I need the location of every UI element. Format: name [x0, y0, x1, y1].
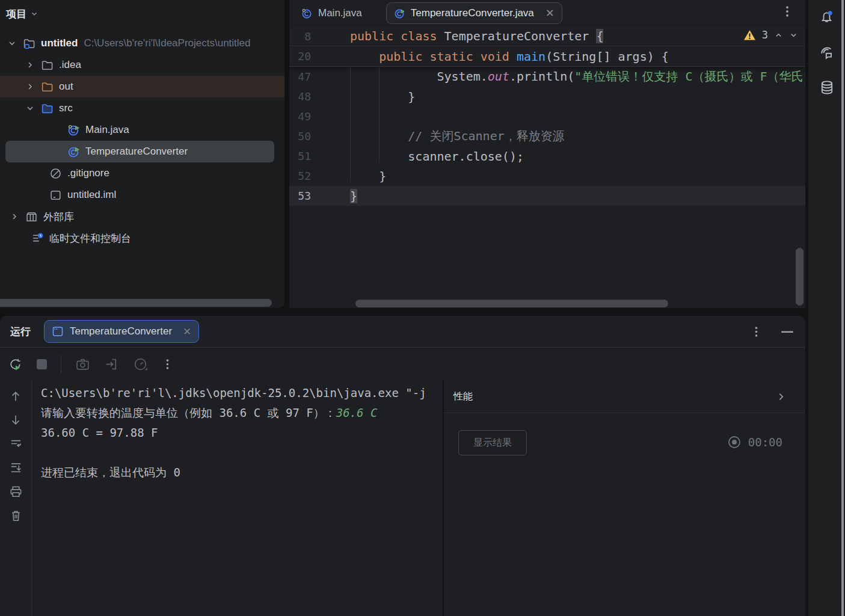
editor-horizontal-scrollbar[interactable]: [355, 300, 668, 307]
notifications-button[interactable]: [808, 2, 845, 31]
tree-item-out-folder[interactable]: out: [0, 76, 284, 97]
performance-panel: 性能 显示结果 00:00: [444, 380, 805, 616]
profiler-gauge-button[interactable]: [133, 357, 149, 372]
console-icon: [52, 325, 64, 337]
editor-pane: Main.java TemperatureConverter.java ✕ 8 …: [289, 0, 805, 308]
tree-item-src-folder[interactable]: src: [0, 97, 284, 119]
folder-icon: [41, 59, 54, 72]
tree-item-idea-folder[interactable]: .idea: [0, 54, 284, 76]
java-class-icon: [67, 146, 80, 158]
print-button[interactable]: [9, 485, 23, 499]
user-input: 36.6 C: [336, 406, 378, 419]
scroll-up-button[interactable]: [9, 390, 22, 403]
tree-item-label: out: [59, 81, 73, 93]
performance-header[interactable]: 性能: [444, 380, 805, 413]
tree-item-gitignore[interactable]: .gitignore: [0, 162, 284, 184]
console-command-line: C:\Users\b're'ri'l\.jdks\openjdk-25.0.2\…: [41, 383, 443, 403]
code-line-53[interactable]: 53 }: [289, 186, 805, 206]
code-line-49[interactable]: 49: [289, 106, 805, 126]
window-edge-scrollbar[interactable]: [841, 0, 844, 616]
ai-assistant-button[interactable]: [808, 38, 845, 67]
toolbar-kebab-icon[interactable]: [163, 359, 172, 369]
chevron-right-icon[interactable]: [10, 212, 19, 221]
chevron-down-icon[interactable]: [25, 103, 35, 113]
code-line-50[interactable]: 50 // 关闭Scanner，释放资源: [289, 126, 805, 146]
console-gutter: [0, 380, 32, 616]
tree-item-label: .idea: [59, 59, 81, 71]
tree-item-label: .gitignore: [67, 167, 109, 179]
tree-item-external-libraries[interactable]: 外部库: [0, 206, 284, 227]
show-results-button[interactable]: 显示结果: [458, 430, 527, 455]
run-panel-header: 运行 TemperatureConverter ✕: [0, 316, 805, 348]
editor-vertical-scrollbar[interactable]: [796, 248, 804, 306]
capture-snapshot-button[interactable]: [75, 357, 90, 372]
console-exit-line: 进程已结束，退出代码为 0: [41, 463, 443, 482]
tree-item-scratches[interactable]: 临时文件和控制台: [0, 227, 284, 249]
code-line-47[interactable]: 47 System.out.println("单位错误！仅支持 C（摄氏）或 F…: [289, 67, 805, 87]
tree-item-label: Main.java: [85, 124, 129, 136]
tree-item-label: TemperatureConverter: [85, 146, 188, 158]
code-line-48[interactable]: 48 }: [289, 87, 805, 106]
library-icon: [25, 211, 38, 223]
record-icon: [728, 436, 741, 449]
line-number: 49: [289, 110, 311, 123]
tree-item-label: untitled.iml: [67, 189, 116, 201]
chevron-down-icon[interactable]: [7, 38, 17, 48]
run-options-kebab-icon[interactable]: [752, 327, 761, 337]
line-number: 51: [289, 150, 311, 162]
project-tree: untitled C:\Users\b're'ri'l\IdeaProjects…: [0, 32, 284, 249]
inspections-widget[interactable]: 3: [743, 29, 798, 41]
scratch-files-icon: [31, 232, 44, 245]
console-output[interactable]: C:\Users\b're'ri'l\.jdks\openjdk-25.0.2\…: [32, 380, 443, 616]
module-file-icon: [49, 189, 62, 202]
project-horizontal-scrollbar[interactable]: [0, 299, 272, 307]
bell-icon: [819, 9, 835, 25]
next-problem-icon[interactable]: [789, 31, 798, 40]
tree-item-untitled-iml[interactable]: untitled.iml: [0, 184, 284, 206]
line-number: 8: [289, 30, 311, 43]
editor-options-kebab-icon[interactable]: [782, 6, 792, 17]
close-tab-icon[interactable]: ✕: [545, 7, 555, 20]
database-button[interactable]: [808, 73, 845, 102]
database-icon: [819, 79, 835, 96]
soft-wrap-button[interactable]: [9, 437, 23, 451]
run-tab-label: TemperatureConverter: [70, 325, 172, 337]
chevron-right-icon[interactable]: [25, 82, 35, 91]
run-toolbar: [0, 348, 805, 380]
sticky-lines: 8 public class TemperatureConverter { 3 …: [289, 26, 805, 67]
chevron-down-icon: [30, 10, 38, 18]
minimize-icon[interactable]: [781, 331, 793, 333]
tree-item-temperature-converter[interactable]: TemperatureConverter: [5, 141, 274, 162]
rerun-button[interactable]: [8, 357, 23, 372]
tab-temperature-converter-java[interactable]: TemperatureConverter.java ✕: [386, 2, 562, 24]
code-line-8[interactable]: 8 public class TemperatureConverter { 3: [289, 26, 805, 46]
console-result-line: 36.60 C = 97.88 F: [41, 423, 443, 443]
project-panel-header[interactable]: 项目: [0, 0, 284, 22]
run-tab-temperature-converter[interactable]: TemperatureConverter ✕: [44, 320, 199, 343]
source-folder-icon: [41, 102, 54, 115]
code-line-51[interactable]: 51 scanner.close();: [289, 146, 805, 166]
scroll-to-end-button[interactable]: [9, 461, 23, 475]
tab-main-java[interactable]: Main.java: [294, 2, 369, 24]
code-line-20[interactable]: 20 public static void main(String[] args…: [289, 46, 805, 66]
close-run-tab-icon[interactable]: ✕: [183, 325, 191, 338]
console-prompt-line: 请输入要转换的温度与单位（例如 36.6 C 或 97 F）：36.6 C: [41, 403, 443, 423]
line-number: 20: [289, 50, 311, 63]
editor-tab-bar: Main.java TemperatureConverter.java ✕: [289, 0, 805, 26]
tree-item-untitled[interactable]: untitled C:\Users\b're'ri'l\IdeaProjects…: [0, 32, 284, 54]
chevron-right-icon[interactable]: [776, 392, 786, 402]
right-tool-window-stripe: [808, 0, 845, 616]
stop-button[interactable]: [37, 359, 47, 369]
chevron-right-icon[interactable]: [25, 60, 35, 70]
code-line-52[interactable]: 52 }: [289, 166, 805, 186]
scroll-down-button[interactable]: [9, 413, 22, 427]
code-area[interactable]: 47 System.out.println("单位错误！仅支持 C（摄氏）或 F…: [289, 67, 805, 206]
tree-item-label: src: [59, 102, 73, 114]
performance-title: 性能: [453, 390, 473, 403]
tab-label: TemperatureConverter.java: [411, 7, 534, 19]
ai-assistant-icon: [819, 44, 835, 61]
previous-problem-icon[interactable]: [774, 31, 783, 40]
clear-console-button[interactable]: [9, 509, 23, 523]
attach-profiler-button[interactable]: [104, 357, 119, 372]
tree-item-main-java[interactable]: Main.java: [0, 119, 284, 141]
